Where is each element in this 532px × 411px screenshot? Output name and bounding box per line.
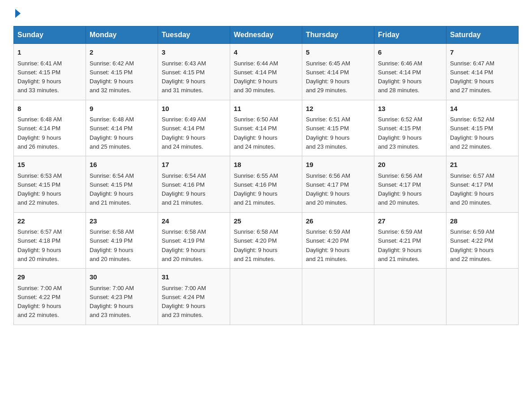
calendar-cell: 11Sunrise: 6:50 AMSunset: 4:14 PMDayligh… xyxy=(230,100,302,156)
day-info: Sunrise: 6:41 AMSunset: 4:15 PMDaylight:… xyxy=(17,60,62,94)
day-info: Sunrise: 6:54 AMSunset: 4:16 PMDaylight:… xyxy=(162,172,206,206)
calendar-cell: 13Sunrise: 6:52 AMSunset: 4:15 PMDayligh… xyxy=(374,100,446,156)
day-info: Sunrise: 6:59 AMSunset: 4:22 PMDaylight:… xyxy=(450,228,494,262)
day-info: Sunrise: 6:51 AMSunset: 4:15 PMDaylight:… xyxy=(306,116,350,150)
calendar-week-row: 1Sunrise: 6:41 AMSunset: 4:15 PMDaylight… xyxy=(14,44,519,100)
day-number: 29 xyxy=(17,272,82,283)
day-number: 27 xyxy=(378,216,442,227)
calendar-cell: 20Sunrise: 6:56 AMSunset: 4:17 PMDayligh… xyxy=(374,156,446,213)
day-info: Sunrise: 6:42 AMSunset: 4:15 PMDaylight:… xyxy=(90,60,134,94)
calendar-cell: 25Sunrise: 6:58 AMSunset: 4:20 PMDayligh… xyxy=(230,212,302,269)
logo-blue-text xyxy=(13,9,21,18)
day-info: Sunrise: 6:47 AMSunset: 4:14 PMDaylight:… xyxy=(450,60,494,94)
day-number: 10 xyxy=(162,104,226,114)
day-info: Sunrise: 6:50 AMSunset: 4:14 PMDaylight:… xyxy=(234,116,278,150)
calendar-cell: 2Sunrise: 6:42 AMSunset: 4:15 PMDaylight… xyxy=(86,44,158,100)
day-number: 31 xyxy=(162,272,226,283)
calendar-cell: 16Sunrise: 6:54 AMSunset: 4:15 PMDayligh… xyxy=(86,156,158,213)
calendar-cell: 3Sunrise: 6:43 AMSunset: 4:15 PMDaylight… xyxy=(158,44,230,100)
calendar-week-row: 15Sunrise: 6:53 AMSunset: 4:15 PMDayligh… xyxy=(14,156,519,213)
calendar-cell: 26Sunrise: 6:59 AMSunset: 4:20 PMDayligh… xyxy=(302,212,374,269)
calendar-cell: 6Sunrise: 6:46 AMSunset: 4:14 PMDaylight… xyxy=(374,44,446,100)
day-info: Sunrise: 6:43 AMSunset: 4:15 PMDaylight:… xyxy=(162,60,206,94)
day-number: 2 xyxy=(90,47,154,58)
calendar-week-row: 8Sunrise: 6:48 AMSunset: 4:14 PMDaylight… xyxy=(14,100,519,156)
column-header-sunday: Sunday xyxy=(14,26,86,44)
calendar-cell: 17Sunrise: 6:54 AMSunset: 4:16 PMDayligh… xyxy=(158,156,230,213)
column-header-wednesday: Wednesday xyxy=(230,26,302,44)
page-header xyxy=(13,9,519,18)
day-info: Sunrise: 6:54 AMSunset: 4:15 PMDaylight:… xyxy=(90,172,134,206)
day-info: Sunrise: 6:48 AMSunset: 4:14 PMDaylight:… xyxy=(90,116,134,150)
day-number: 14 xyxy=(450,104,515,114)
calendar-cell: 28Sunrise: 6:59 AMSunset: 4:22 PMDayligh… xyxy=(446,212,519,269)
calendar-cell: 21Sunrise: 6:57 AMSunset: 4:17 PMDayligh… xyxy=(446,156,519,213)
day-number: 22 xyxy=(17,216,82,227)
day-number: 18 xyxy=(234,160,298,170)
day-info: Sunrise: 6:49 AMSunset: 4:14 PMDaylight:… xyxy=(162,116,206,150)
column-header-friday: Friday xyxy=(374,26,446,44)
calendar-cell: 24Sunrise: 6:58 AMSunset: 4:19 PMDayligh… xyxy=(158,212,230,269)
calendar-cell: 29Sunrise: 7:00 AMSunset: 4:22 PMDayligh… xyxy=(14,269,86,325)
day-number: 28 xyxy=(450,216,515,227)
day-info: Sunrise: 6:59 AMSunset: 4:20 PMDaylight:… xyxy=(306,228,350,262)
day-number: 5 xyxy=(306,47,370,58)
calendar-cell: 8Sunrise: 6:48 AMSunset: 4:14 PMDaylight… xyxy=(14,100,86,156)
day-info: Sunrise: 6:48 AMSunset: 4:14 PMDaylight:… xyxy=(17,116,62,150)
calendar-cell: 31Sunrise: 7:00 AMSunset: 4:24 PMDayligh… xyxy=(158,269,230,325)
calendar-cell: 15Sunrise: 6:53 AMSunset: 4:15 PMDayligh… xyxy=(14,156,86,213)
day-info: Sunrise: 6:46 AMSunset: 4:14 PMDaylight:… xyxy=(378,60,422,94)
calendar-cell: 9Sunrise: 6:48 AMSunset: 4:14 PMDaylight… xyxy=(86,100,158,156)
day-number: 23 xyxy=(90,216,154,227)
calendar-cell xyxy=(446,269,519,325)
calendar-cell xyxy=(230,269,302,325)
calendar-cell: 19Sunrise: 6:56 AMSunset: 4:17 PMDayligh… xyxy=(302,156,374,213)
calendar-cell: 4Sunrise: 6:44 AMSunset: 4:14 PMDaylight… xyxy=(230,44,302,100)
day-info: Sunrise: 6:58 AMSunset: 4:20 PMDaylight:… xyxy=(234,228,278,262)
day-number: 19 xyxy=(306,160,370,170)
day-number: 21 xyxy=(450,160,515,170)
day-info: Sunrise: 7:00 AMSunset: 4:22 PMDaylight:… xyxy=(17,285,62,319)
day-info: Sunrise: 6:58 AMSunset: 4:19 PMDaylight:… xyxy=(90,228,134,262)
day-info: Sunrise: 6:44 AMSunset: 4:14 PMDaylight:… xyxy=(234,60,278,94)
calendar-cell: 12Sunrise: 6:51 AMSunset: 4:15 PMDayligh… xyxy=(302,100,374,156)
calendar-cell xyxy=(302,269,374,325)
day-info: Sunrise: 7:00 AMSunset: 4:24 PMDaylight:… xyxy=(162,285,206,319)
logo-triangle-icon xyxy=(15,9,21,18)
day-info: Sunrise: 6:52 AMSunset: 4:15 PMDaylight:… xyxy=(450,116,494,150)
calendar-header-row: SundayMondayTuesdayWednesdayThursdayFrid… xyxy=(14,26,519,44)
calendar-cell: 23Sunrise: 6:58 AMSunset: 4:19 PMDayligh… xyxy=(86,212,158,269)
day-info: Sunrise: 6:55 AMSunset: 4:16 PMDaylight:… xyxy=(234,172,278,206)
day-number: 1 xyxy=(17,47,82,58)
day-number: 16 xyxy=(90,160,154,170)
day-number: 13 xyxy=(378,104,442,114)
calendar-cell: 30Sunrise: 7:00 AMSunset: 4:23 PMDayligh… xyxy=(86,269,158,325)
day-number: 11 xyxy=(234,104,298,114)
day-number: 20 xyxy=(378,160,442,170)
day-info: Sunrise: 7:00 AMSunset: 4:23 PMDaylight:… xyxy=(90,285,134,319)
calendar-week-row: 22Sunrise: 6:57 AMSunset: 4:18 PMDayligh… xyxy=(14,212,519,269)
day-info: Sunrise: 6:57 AMSunset: 4:17 PMDaylight:… xyxy=(450,172,494,206)
day-info: Sunrise: 6:57 AMSunset: 4:18 PMDaylight:… xyxy=(17,228,62,262)
day-info: Sunrise: 6:56 AMSunset: 4:17 PMDaylight:… xyxy=(378,172,422,206)
day-info: Sunrise: 6:58 AMSunset: 4:19 PMDaylight:… xyxy=(162,228,206,262)
column-header-thursday: Thursday xyxy=(302,26,374,44)
day-number: 15 xyxy=(17,160,82,170)
day-number: 12 xyxy=(306,104,370,114)
day-number: 25 xyxy=(234,216,298,227)
calendar-cell: 18Sunrise: 6:55 AMSunset: 4:16 PMDayligh… xyxy=(230,156,302,213)
day-number: 4 xyxy=(234,47,298,58)
column-header-monday: Monday xyxy=(86,26,158,44)
day-number: 26 xyxy=(306,216,370,227)
day-info: Sunrise: 6:52 AMSunset: 4:15 PMDaylight:… xyxy=(378,116,422,150)
day-number: 3 xyxy=(162,47,226,58)
day-number: 6 xyxy=(378,47,442,58)
calendar-cell: 14Sunrise: 6:52 AMSunset: 4:15 PMDayligh… xyxy=(446,100,519,156)
calendar-cell: 10Sunrise: 6:49 AMSunset: 4:14 PMDayligh… xyxy=(158,100,230,156)
day-number: 17 xyxy=(162,160,226,170)
calendar-cell: 5Sunrise: 6:45 AMSunset: 4:14 PMDaylight… xyxy=(302,44,374,100)
calendar-cell xyxy=(374,269,446,325)
day-info: Sunrise: 6:53 AMSunset: 4:15 PMDaylight:… xyxy=(17,172,62,206)
day-number: 24 xyxy=(162,216,226,227)
logo xyxy=(13,9,21,18)
